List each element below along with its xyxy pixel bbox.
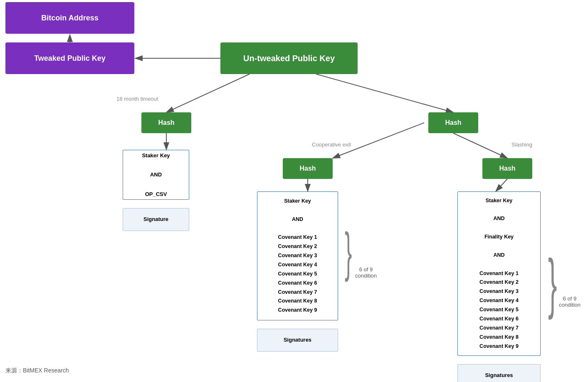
sig-right-node: Signatures bbox=[457, 364, 541, 382]
source-text: 来源：BitMEX Research bbox=[5, 367, 69, 375]
diagram-container: Bitcoin Address Tweaked Public Key Un-tw… bbox=[0, 0, 588, 382]
tweaked-public-key-node: Tweaked Public Key bbox=[5, 42, 134, 74]
untweaked-public-key-label: Un-tweaked Public Key bbox=[243, 54, 335, 63]
cooperative-label: Cooperative exit bbox=[312, 141, 351, 148]
condition-right-label: 6 of 9 condition bbox=[553, 295, 586, 308]
timeout-label: 18 month timeout bbox=[116, 96, 158, 102]
staker-left-label: Staker KeyANDOP_CSV bbox=[142, 151, 170, 199]
staker-middle-node: Staker KeyAND Covenant Key 1 Covenant Ke… bbox=[257, 191, 338, 320]
hash-right-bottom-label: Hash bbox=[499, 165, 515, 172]
svg-line-7 bbox=[333, 123, 424, 158]
bitcoin-address-label: Bitcoin Address bbox=[41, 14, 98, 22]
svg-line-5 bbox=[316, 74, 453, 112]
hash-middle-node: Hash bbox=[283, 158, 333, 179]
staker-left-node: Staker KeyANDOP_CSV bbox=[123, 150, 189, 200]
sig-middle-label: Signatures bbox=[284, 335, 311, 345]
hash-left-node: Hash bbox=[141, 112, 191, 133]
svg-line-4 bbox=[166, 74, 250, 112]
svg-line-8 bbox=[453, 133, 507, 158]
sig-right-label: Signatures bbox=[485, 371, 513, 380]
hash-right-top-label: Hash bbox=[445, 119, 461, 127]
condition-middle-label: 6 of 9 condition bbox=[349, 266, 383, 279]
staker-middle-label: Staker KeyAND Covenant Key 1 Covenant Ke… bbox=[278, 197, 317, 315]
sig-left-node: Signature bbox=[123, 208, 189, 231]
staker-right-label: Staker KeyAND Finality KeyAND Covenant K… bbox=[479, 196, 519, 351]
sig-left-label: Signature bbox=[143, 215, 168, 224]
svg-line-10 bbox=[496, 179, 507, 191]
tweaked-public-key-label: Tweaked Public Key bbox=[34, 54, 106, 63]
untweaked-public-key-node: Un-tweaked Public Key bbox=[220, 42, 358, 74]
hash-right-top-node: Hash bbox=[428, 112, 478, 133]
bitcoin-address-node: Bitcoin Address bbox=[5, 2, 134, 34]
hash-middle-label: Hash bbox=[299, 165, 316, 172]
hash-left-label: Hash bbox=[158, 119, 174, 127]
slashing-label: Slashing bbox=[511, 141, 532, 148]
staker-right-node: Staker KeyAND Finality KeyAND Covenant K… bbox=[457, 191, 541, 356]
hash-right-bottom-node: Hash bbox=[482, 158, 532, 179]
sig-middle-node: Signatures bbox=[257, 329, 338, 352]
